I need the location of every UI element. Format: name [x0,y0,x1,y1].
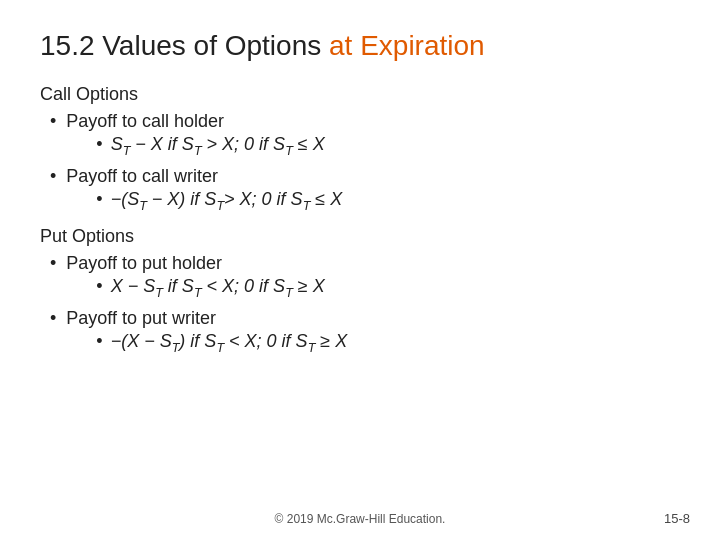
copyright-text: © 2019 Mc.Graw-Hill Education. [275,512,446,526]
bullet-dot-3: • [50,253,56,274]
call-formula-1: ST − X if ST > X; 0 if ST ≤ X [111,134,325,158]
put-formula-2: −(X − ST) if ST < X; 0 if ST ≥ X [111,331,348,355]
call-bullet-1: • Payoff to call holder • ST − X if ST >… [50,111,680,162]
put-formula-1: X − ST if ST < X; 0 if ST ≥ X [111,276,325,300]
call-sub-list-2: • −(ST − X) if ST> X; 0 if ST ≤ X [96,189,342,213]
call-bullet-2-text: Payoff to call writer [66,166,218,186]
put-options-section: Put Options • Payoff to put holder • X −… [40,226,680,358]
bullet-dot-2: • [50,166,56,187]
put-sub-list-1: • X − ST if ST < X; 0 if ST ≥ X [96,276,324,300]
call-sub-list-1: • ST − X if ST > X; 0 if ST ≤ X [96,134,324,158]
call-formula-2: −(ST − X) if ST> X; 0 if ST ≤ X [111,189,343,213]
put-sub-1: • X − ST if ST < X; 0 if ST ≥ X [96,276,324,300]
put-bullet-2-text: Payoff to put writer [66,308,216,328]
put-bullet-1-text: Payoff to put holder [66,253,222,273]
put-bullet-2: • Payoff to put writer • −(X − ST) if ST… [50,308,680,359]
sub-dot-2: • [96,189,102,210]
put-options-heading: Put Options [40,226,680,247]
title-prefix: 15.2 Values of Options [40,30,329,61]
slide: 15.2 Values of Options at Expiration Cal… [0,0,720,540]
footer: © 2019 Mc.Graw-Hill Education. [0,512,720,526]
sub-dot-4: • [96,331,102,352]
bullet-dot-1: • [50,111,56,132]
put-options-list: • Payoff to put holder • X − ST if ST < … [50,253,680,358]
put-sub-list-2: • −(X − ST) if ST < X; 0 if ST ≥ X [96,331,347,355]
call-options-section: Call Options • Payoff to call holder • S… [40,84,680,216]
page-number: 15-8 [664,511,690,526]
call-options-heading: Call Options [40,84,680,105]
call-sub-1: • ST − X if ST > X; 0 if ST ≤ X [96,134,324,158]
call-bullet-1-text: Payoff to call holder [66,111,224,131]
slide-title: 15.2 Values of Options at Expiration [40,30,680,62]
call-options-list: • Payoff to call holder • ST − X if ST >… [50,111,680,216]
call-sub-2: • −(ST − X) if ST> X; 0 if ST ≤ X [96,189,342,213]
put-bullet-1: • Payoff to put holder • X − ST if ST < … [50,253,680,304]
title-accent: at Expiration [329,30,485,61]
put-sub-2: • −(X − ST) if ST < X; 0 if ST ≥ X [96,331,347,355]
sub-dot-1: • [96,134,102,155]
bullet-dot-4: • [50,308,56,329]
call-bullet-2: • Payoff to call writer • −(ST − X) if S… [50,166,680,217]
sub-dot-3: • [96,276,102,297]
